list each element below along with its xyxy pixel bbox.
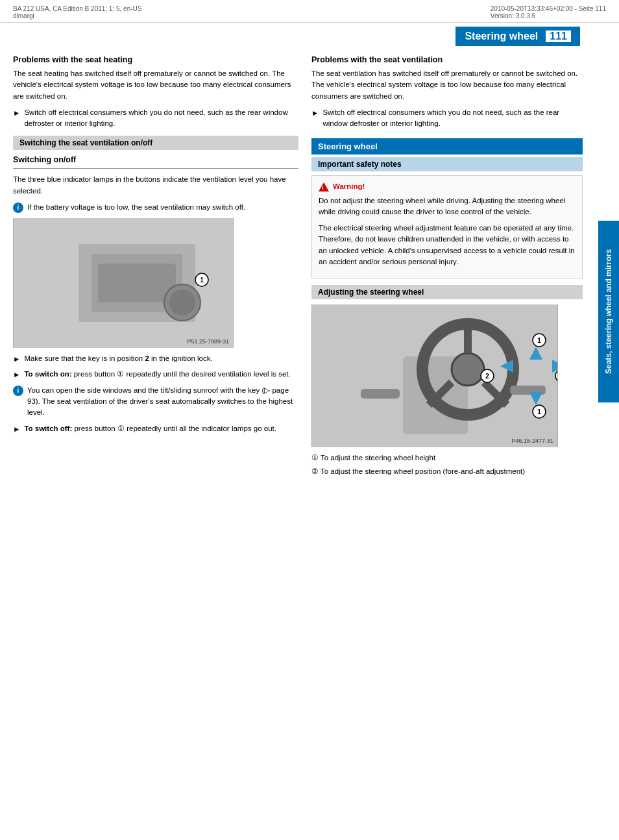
info-box-1: i If the battery voltage is too low, the… (13, 202, 298, 213)
image-code-2: P46.15-2477-31 (511, 438, 553, 444)
svg-rect-3 (98, 264, 176, 303)
page-title-box: Steering wheel 111 (455, 27, 580, 46)
svg-text:1: 1 (537, 337, 541, 344)
page-title-bar: Steering wheel 111 (0, 23, 580, 46)
seat-heating-bullet: ► Switch off electrical consumers which … (13, 107, 298, 130)
bullet-switch-off: ► To switch off: press button ① repeated… (13, 423, 298, 435)
seat-heating-bullet-text: Switch off electrical consumers which yo… (24, 107, 298, 130)
bullet-arrow-icon: ► (13, 108, 20, 130)
steering-wheel-image: 1 1 2 2 P46.15-2477-31 (311, 304, 558, 447)
divider (13, 168, 298, 169)
adjust-item-2-text: ② To adjust the steering wheel position … (311, 466, 525, 477)
main-content: Problems with the seat heating The seat … (0, 46, 619, 487)
steering-wheel-bar: Steering wheel (311, 138, 583, 154)
header-right-line2: Version: 3.0.3.6 (491, 12, 606, 19)
svg-text:1: 1 (537, 408, 541, 415)
adjust-heading: Adjusting the steering wheel (311, 285, 583, 299)
adjust-item-2: ② To adjust the steering wheel position … (311, 466, 583, 477)
info-text-1: If the battery voltage is too low, the s… (27, 202, 245, 213)
seat-ventilation-heading: Problems with the seat ventilation (311, 55, 583, 64)
page-header: BA 212 USA, CA Edition B 2011; 1; 5, en-… (0, 0, 619, 23)
right-column: Problems with the seat ventilation The s… (311, 53, 606, 480)
switching-body1: The three blue indicator lamps in the bu… (13, 174, 298, 197)
seat-ventilation-bullet-text: Switch off electrical consumers which yo… (322, 107, 583, 130)
bullet-arrow-icon2: ► (13, 354, 20, 365)
info-box-2: i You can open the side windows and the … (13, 385, 298, 419)
steering-svg: 1 1 2 2 (312, 304, 557, 447)
seat-heating-section: Problems with the seat heating The seat … (13, 55, 298, 129)
side-tab-label: Seats, steering wheel and mirrors (604, 249, 613, 374)
warning-body1: Do not adjust the steering wheel while d… (319, 195, 576, 218)
seat-vent-svg: 1 (14, 218, 233, 348)
seat-ventilation-body: The seat ventilation has switched itself… (311, 68, 583, 102)
seat-heating-heading: Problems with the seat heating (13, 55, 298, 64)
switching-section: Switching on/off The three blue indicato… (13, 155, 298, 435)
switching-section-bar: Switching the seat ventilation on/off (13, 136, 298, 150)
warning-triangle-icon (319, 182, 329, 191)
svg-rect-15 (361, 389, 400, 399)
bullet-arrow-icon4: ► (13, 424, 20, 435)
info-icon: i (13, 203, 23, 213)
switching-subheading: Switching on/off (13, 155, 298, 164)
seat-ventilation-section: Problems with the seat ventilation The s… (311, 55, 583, 129)
seat-ventilation-image: 1 P51.25-7989-31 (13, 218, 234, 348)
header-left-line1: BA 212 USA, CA Edition B 2011; 1; 5, en-… (13, 5, 141, 12)
seat-heating-body: The seat heating has switched itself off… (13, 68, 298, 102)
side-tab: Seats, steering wheel and mirrors (598, 221, 619, 402)
warning-label: Warning! (333, 181, 365, 192)
svg-text:1: 1 (200, 277, 204, 284)
seat-ventilation-bullet: ► Switch off electrical consumers which … (311, 107, 583, 130)
image-code-1: P51.25-7989-31 (187, 338, 229, 345)
adjust-item-1-text: ① To adjust the steering wheel height (311, 452, 435, 463)
warning-body2: The electrical steering wheel adjustment… (319, 223, 576, 267)
important-safety-bar: Important safety notes (311, 157, 583, 171)
bullet-key-position: ► Make sure that the key is in position … (13, 353, 298, 365)
bullet-arrow-icon3: ► (13, 369, 20, 380)
bullet-switch-on: ► To switch on: press button ① repeatedl… (13, 369, 298, 380)
bullet-key-text: Make sure that the key is in position 2 … (24, 353, 212, 365)
bullet-switch-off-text: To switch off: press button ① repeatedly… (24, 423, 276, 435)
page-number: 111 (546, 31, 571, 42)
warning-box: Warning! Do not adjust the steering whee… (311, 175, 583, 278)
info-icon2: i (13, 386, 23, 396)
bullet-switch-on-text: To switch on: press button ① repeatedly … (24, 369, 290, 380)
header-right-line1: 2010-05-20T13:33:46+02:00 - Seite 111 (491, 5, 606, 12)
svg-point-5 (169, 290, 195, 315)
adjust-item-1: ① To adjust the steering wheel height (311, 452, 583, 463)
svg-text:2: 2 (485, 373, 489, 380)
bullet-arrow-icon5: ► (311, 108, 319, 130)
info-text-2: You can open the side windows and the ti… (27, 385, 298, 419)
header-left-line2: dimargi (13, 12, 141, 19)
page-title-label: Steering wheel (465, 31, 538, 42)
header-left: BA 212 USA, CA Edition B 2011; 1; 5, en-… (13, 5, 141, 19)
svg-point-11 (452, 353, 484, 386)
left-column: Problems with the seat heating The seat … (13, 53, 298, 480)
header-right: 2010-05-20T13:33:46+02:00 - Seite 111 Ve… (491, 5, 606, 19)
warning-header: Warning! (319, 181, 576, 192)
